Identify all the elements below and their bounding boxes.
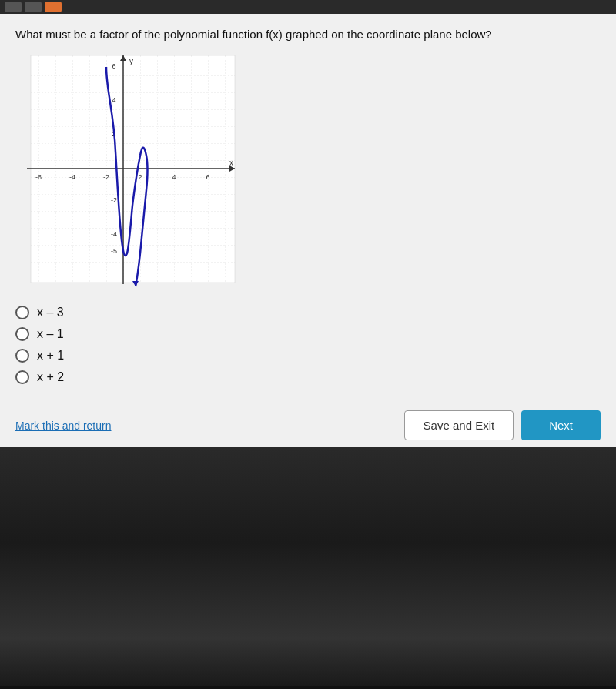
x-axis-label: x — [229, 159, 233, 167]
svg-text:-2: -2 — [103, 173, 109, 181]
option-1-label: x – 3 — [37, 306, 64, 319]
svg-text:-4: -4 — [111, 230, 117, 238]
top-bar — [0, 0, 616, 14]
mark-this-link[interactable]: Mark this and return — [15, 420, 112, 432]
question-text: What must be a factor of the polynomial … — [15, 26, 601, 42]
svg-text:4: 4 — [172, 173, 176, 181]
question-container: What must be a factor of the polynomial … — [0, 14, 616, 298]
radio-1[interactable] — [15, 306, 29, 319]
svg-text:2: 2 — [138, 173, 142, 181]
dark-area-bottom — [0, 686, 616, 689]
footer-bar: Mark this and return Save and Exit Next — [0, 403, 616, 447]
svg-text:4: 4 — [112, 96, 116, 104]
graph-area: -6 -4 -2 2 4 6 x 6 4 2 -2 -4 -5 — [23, 52, 239, 290]
svg-text:6: 6 — [206, 173, 209, 181]
option-3[interactable]: x + 1 — [15, 349, 601, 363]
option-4-label: x + 2 — [37, 370, 64, 384]
option-3-label: x + 1 — [37, 349, 64, 363]
footer-buttons: Save and Exit Next — [404, 410, 601, 440]
option-1[interactable]: x – 3 — [15, 306, 601, 319]
top-btn-2[interactable] — [25, 2, 42, 12]
dark-area — [0, 447, 616, 686]
svg-text:-4: -4 — [69, 173, 75, 181]
svg-text:-6: -6 — [35, 173, 42, 181]
radio-2[interactable] — [15, 327, 29, 341]
coordinate-graph: -6 -4 -2 2 4 6 x 6 4 2 -2 -4 -5 — [23, 52, 239, 290]
save-exit-button[interactable]: Save and Exit — [404, 410, 514, 440]
svg-text:-5: -5 — [111, 247, 117, 255]
top-btn-1[interactable] — [5, 2, 22, 12]
svg-text:6: 6 — [112, 62, 116, 70]
y-axis-label: y — [129, 57, 133, 65]
option-2-label: x – 1 — [37, 327, 64, 341]
top-btn-3[interactable] — [45, 2, 62, 12]
answers-section: x – 3 x – 1 x + 1 x + 2 — [0, 298, 616, 403]
radio-3[interactable] — [15, 349, 29, 363]
svg-marker-18 — [132, 281, 139, 286]
option-2[interactable]: x – 1 — [15, 327, 601, 341]
next-button[interactable]: Next — [521, 410, 601, 440]
option-4[interactable]: x + 2 — [15, 370, 601, 384]
svg-text:-2: -2 — [111, 196, 117, 204]
radio-4[interactable] — [15, 370, 29, 384]
